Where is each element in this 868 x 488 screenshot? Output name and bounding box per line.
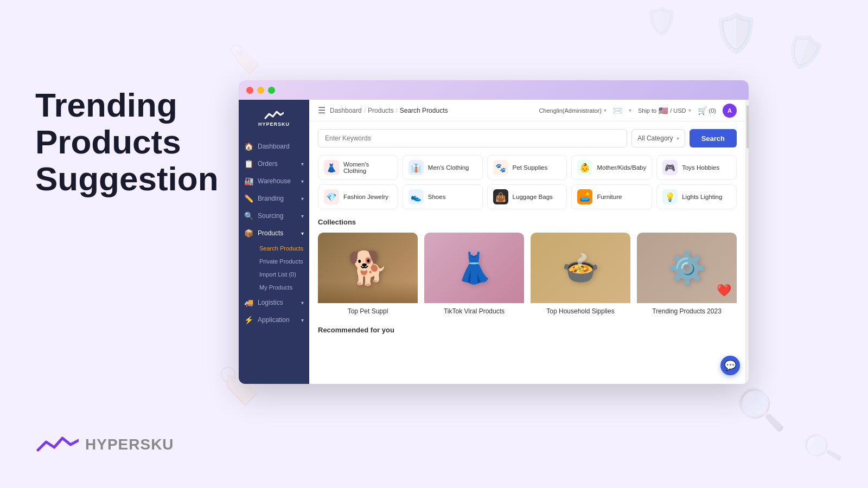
collection-card-pet-supplies[interactable]: 🐕 Top Pet Suppl	[318, 233, 418, 319]
sidebar-item-branding[interactable]: ✏️ Branding ▾	[239, 190, 309, 207]
category-item-shoes[interactable]: 👟 Shoes	[403, 184, 483, 209]
furniture-label: Furniture	[597, 194, 622, 200]
dashboard-icon: 🏠	[244, 142, 253, 151]
collection-img-household: 🍲	[531, 233, 630, 303]
toys-hobbies-icon: 🎮	[662, 160, 678, 175]
chevron-icon: ▾	[301, 196, 304, 202]
collections-section: Collections 🐕 Top Pet Suppl	[318, 218, 737, 319]
household-emoji: 🍲	[562, 251, 599, 286]
collection-card-trending-2023[interactable]: ⚙️ ❤️ Trending Products 2023	[637, 233, 737, 319]
topbar-cart[interactable]: 🛒 (0)	[698, 106, 716, 115]
mens-clothing-label: Men's Clothing	[428, 164, 469, 171]
furniture-icon: 🛋️	[577, 189, 592, 204]
menu-toggle-icon[interactable]: ☰	[318, 105, 326, 115]
chevron-icon: ▾	[301, 300, 304, 306]
category-item-pet-supplies[interactable]: 🐾 Pet Supplies	[487, 155, 567, 180]
collection-label-pet: Top Pet Suppl	[318, 303, 418, 319]
collection-img-tiktok: 👗	[424, 233, 524, 303]
shoes-label: Shoes	[428, 194, 446, 200]
search-input[interactable]	[318, 129, 627, 147]
sidebar-sub-item-private-products[interactable]: Private Products	[254, 255, 309, 268]
topbar-mail-icon[interactable]: ✉️	[613, 106, 622, 115]
sidebar-item-sourcing[interactable]: 🔍 Sourcing ▾	[239, 207, 309, 224]
browser-window: HYPERSKU 🏠 Dashboard 📋 Orders ▾ 🏭 Wareho…	[239, 80, 749, 384]
mother-kids-baby-icon: 👶	[577, 160, 592, 175]
sidebar-item-orders[interactable]: 📋 Orders ▾	[239, 155, 309, 172]
breadcrumb-dashboard[interactable]: Dashboard	[330, 107, 362, 114]
browser-scrollbar[interactable]	[745, 100, 749, 384]
chat-icon: 💬	[724, 359, 736, 371]
category-item-mens-clothing[interactable]: 👔 Men's Clothing	[403, 155, 483, 180]
topbar-user-menu[interactable]: Chenglin(Administrator) ▾	[539, 107, 607, 114]
category-dropdown[interactable]: All Category ▾	[631, 129, 685, 147]
maximize-button[interactable]	[268, 87, 275, 94]
sidebar-item-application[interactable]: ⚡ Application ▾	[239, 311, 309, 329]
sidebar-sub-item-search-products[interactable]: Search Products	[254, 242, 309, 255]
sidebar-item-label: Sourcing	[258, 212, 297, 220]
products-icon: 📦	[244, 229, 253, 237]
marketing-section: Trending Products Suggestion	[35, 87, 219, 198]
close-button[interactable]	[246, 87, 253, 94]
deco-icon-3: 🛡️	[644, 5, 678, 37]
category-item-fashion-jewelry[interactable]: 💎 Fashion Jewelry	[318, 184, 398, 209]
bottom-logo: HYPERSKU	[35, 434, 174, 455]
sidebar-item-warehouse[interactable]: 🏭 Warehouse ▾	[239, 172, 309, 190]
collection-card-household[interactable]: 🍲 Top Household Sipplies	[531, 233, 630, 319]
collection-card-tiktok[interactable]: 👗 TikTok Viral Products	[424, 233, 524, 319]
sidebar-item-label: Warehouse	[258, 177, 297, 185]
mail-dropdown-icon: ▾	[629, 107, 631, 113]
sidebar-item-label: Application	[258, 316, 297, 324]
collections-grid: 🐕 Top Pet Suppl 👗 TikTok Viral Products	[318, 233, 737, 319]
category-grid: 👗 Women's Clothing 👔 Men's Clothing 🐾 Pe…	[318, 155, 737, 209]
shoes-icon: 👟	[409, 189, 424, 204]
sidebar-item-dashboard[interactable]: 🏠 Dashboard	[239, 138, 309, 155]
chat-button[interactable]: 💬	[720, 356, 740, 375]
mother-kids-baby-label: Mother/Kids/Baby	[597, 164, 646, 171]
category-item-mother-kids-baby[interactable]: 👶 Mother/Kids/Baby	[571, 155, 652, 180]
topbar-ship-to[interactable]: Ship to 🇺🇸 / USD ▾	[638, 106, 691, 115]
recommended-section: Recommended for you	[318, 326, 737, 334]
cart-count: (0)	[709, 107, 716, 114]
chevron-icon: ▾	[301, 230, 304, 236]
sidebar-item-label: Products	[258, 229, 297, 237]
sidebar-logo-text: HYPERSKU	[258, 121, 290, 127]
collection-label-trending: Trending Products 2023	[637, 303, 737, 319]
sidebar-sub-item-import-list[interactable]: Import List (0)	[254, 268, 309, 281]
mens-clothing-icon: 👔	[409, 160, 424, 175]
minimize-button[interactable]	[257, 87, 264, 94]
search-bar: All Category ▾ Search	[318, 129, 737, 147]
ship-to-label: Ship to	[638, 107, 656, 114]
fashion-jewelry-label: Fashion Jewelry	[343, 194, 388, 200]
sidebar-item-logistics[interactable]: 🚚 Logistics ▾	[239, 294, 309, 311]
category-item-womens-clothing[interactable]: 👗 Women's Clothing	[318, 155, 398, 180]
breadcrumb-separator: /	[364, 107, 366, 114]
category-item-furniture[interactable]: 🛋️ Furniture	[571, 184, 652, 209]
sidebar-item-label: Orders	[258, 160, 297, 168]
chevron-icon: ▾	[301, 213, 304, 219]
app-layout: HYPERSKU 🏠 Dashboard 📋 Orders ▾ 🏭 Wareho…	[239, 100, 749, 384]
currency-label: / USD	[670, 107, 686, 114]
search-button[interactable]: Search	[690, 129, 737, 147]
breadcrumb: Dashboard / Products / Search Products	[330, 107, 534, 114]
category-item-lights-lighting[interactable]: 💡 Lights Lighting	[656, 184, 737, 209]
lights-lighting-icon: 💡	[662, 189, 678, 204]
topbar-avatar[interactable]: A	[723, 104, 737, 118]
category-item-toys-hobbies[interactable]: 🎮 Toys Hobbies	[656, 155, 737, 180]
category-item-luggage-bags[interactable]: 👜 Luggage Bags	[487, 184, 567, 209]
products-submenu: Search Products Private Products Import …	[239, 242, 309, 294]
deco-icon-4: 🔍	[736, 386, 787, 434]
sidebar-sub-item-my-products[interactable]: My Products	[254, 281, 309, 294]
content-area: All Category ▾ Search 👗 Women's Clothing…	[309, 121, 745, 384]
toys-hobbies-label: Toys Hobbies	[682, 164, 719, 171]
recommended-title: Recommended for you	[318, 326, 737, 334]
ship-dropdown-icon: ▾	[688, 107, 691, 113]
pet-supplies-icon: 🐾	[493, 160, 508, 175]
collection-label-household: Top Household Sipplies	[531, 303, 630, 319]
sidebar-item-label: Branding	[258, 195, 297, 202]
sidebar-item-products[interactable]: 📦 Products ▾	[239, 224, 309, 242]
breadcrumb-products[interactable]: Products	[368, 107, 393, 114]
sidebar-logo: HYPERSKU	[254, 105, 294, 131]
deco-icon-5: 🔍	[800, 427, 845, 471]
luggage-bags-icon: 👜	[493, 189, 508, 204]
warehouse-icon: 🏭	[244, 177, 253, 185]
